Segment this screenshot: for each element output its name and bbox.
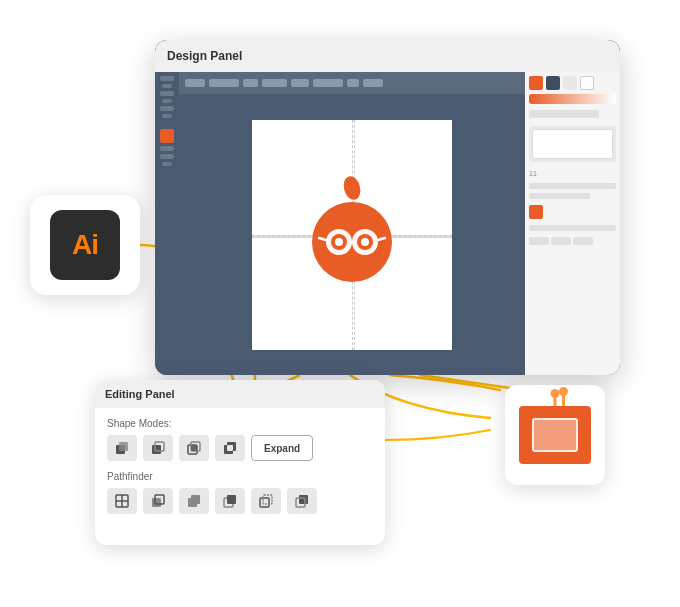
- property-section: [529, 126, 616, 162]
- pr-bar: [529, 183, 616, 189]
- design-panel: Design Panel: [155, 40, 620, 375]
- canvas-top-bar: [179, 72, 525, 94]
- pr-bar: [529, 225, 616, 231]
- pr-mini-control: [551, 237, 571, 245]
- unite-icon: [114, 440, 130, 456]
- pr-mini-control: [573, 237, 593, 245]
- divide-icon: [114, 493, 130, 509]
- toolbar-item: [162, 99, 172, 103]
- unite-tool[interactable]: [107, 435, 137, 461]
- color-swatch-dark: [546, 76, 560, 90]
- intersect-tool[interactable]: [179, 435, 209, 461]
- artboard-content: [532, 418, 578, 452]
- crop-tool[interactable]: [215, 488, 245, 514]
- topbar-item: [313, 79, 343, 87]
- intersect-icon: [186, 440, 202, 456]
- toolbar-item: [162, 162, 172, 166]
- minus-front-icon: [150, 440, 166, 456]
- svg-rect-21: [227, 445, 233, 451]
- svg-rect-31: [260, 498, 269, 507]
- topbar-item: [363, 79, 383, 87]
- topbar-item: [243, 79, 258, 87]
- topbar-item: [262, 79, 287, 87]
- expand-button[interactable]: Expand: [251, 435, 313, 461]
- artboard-inner: [519, 406, 591, 464]
- toolbar-item: [160, 91, 174, 96]
- artboard: [252, 120, 452, 350]
- topbar-item: [291, 79, 309, 87]
- svg-rect-5: [351, 240, 353, 244]
- shape-modes-label: Shape Modes:: [107, 418, 373, 429]
- svg-rect-28: [191, 495, 200, 504]
- svg-rect-14: [152, 445, 161, 454]
- properties-panel: 11: [525, 72, 620, 375]
- svg-point-0: [341, 174, 363, 201]
- ai-badge: Ai: [50, 210, 120, 280]
- editing-panel: Editing Panel Shape Modes:: [95, 380, 385, 545]
- minus-front-tool[interactable]: [143, 435, 173, 461]
- merge-tool[interactable]: [179, 488, 209, 514]
- left-toolbar: [155, 72, 179, 375]
- pr-mini-btn: [529, 205, 543, 219]
- toolbar-item: [162, 114, 172, 118]
- minus-back-tool[interactable]: [287, 488, 317, 514]
- toolbar-item: [160, 76, 174, 81]
- design-panel-titlebar: Design Panel: [155, 40, 620, 72]
- ai-icon-panel: Ai: [30, 195, 140, 295]
- editing-panel-titlebar: Editing Panel: [95, 380, 385, 408]
- color-swatch-light: [563, 76, 577, 90]
- toolbar-item: [160, 154, 174, 159]
- toolbar-item: [162, 84, 172, 88]
- color-swatch-white: [580, 76, 594, 90]
- pin-1: [554, 394, 557, 406]
- pathfinder-label: Pathfinder: [107, 471, 373, 482]
- outline-icon: [258, 493, 274, 509]
- shape-modes-tools: Expand: [107, 435, 373, 461]
- pr-bar: [529, 193, 590, 199]
- topbar-item: [185, 79, 205, 87]
- color-swatch: [160, 129, 174, 143]
- topbar-item: [209, 79, 239, 87]
- svg-point-8: [335, 238, 343, 246]
- crop-icon: [222, 493, 238, 509]
- logo-svg: [287, 170, 417, 300]
- design-panel-title: Design Panel: [167, 49, 242, 63]
- outline-tool[interactable]: [251, 488, 281, 514]
- gradient-slider: [529, 94, 616, 104]
- pr-bar: [529, 110, 599, 118]
- divide-tool[interactable]: [107, 488, 137, 514]
- exclude-icon: [222, 440, 238, 456]
- minus-back-icon: [294, 493, 310, 509]
- svg-rect-18: [191, 445, 197, 451]
- preview-box: [532, 129, 613, 159]
- exclude-tool[interactable]: [215, 435, 245, 461]
- toolbar-item: [160, 106, 174, 111]
- toolbar-item: [160, 146, 174, 151]
- pr-value-label: 11: [529, 170, 616, 177]
- trim-icon: [150, 493, 166, 509]
- svg-rect-13: [119, 442, 128, 451]
- topbar-item: [347, 79, 359, 87]
- editing-panel-title: Editing Panel: [105, 388, 175, 400]
- trim-tool[interactable]: [143, 488, 173, 514]
- pathfinder-tools: [107, 488, 373, 514]
- canvas-area: [179, 72, 525, 375]
- svg-point-9: [361, 238, 369, 246]
- pr-mini-control: [529, 237, 549, 245]
- pin-2: [562, 392, 565, 406]
- svg-rect-32: [263, 495, 272, 504]
- color-swatch-orange: [529, 76, 543, 90]
- merge-icon: [186, 493, 202, 509]
- artboard-preview-panel: [505, 385, 605, 485]
- svg-rect-30: [227, 495, 236, 504]
- svg-rect-25: [152, 498, 161, 507]
- svg-rect-33: [299, 495, 308, 504]
